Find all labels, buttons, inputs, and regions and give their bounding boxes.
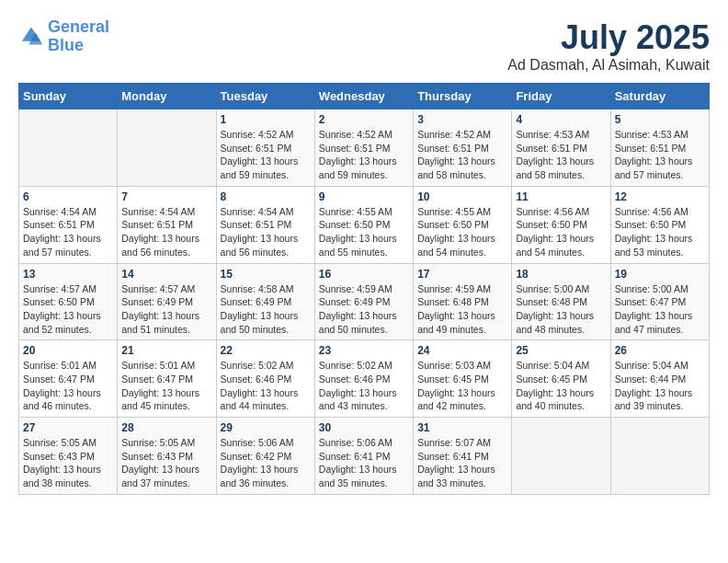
day-detail: Sunrise: 4:56 AMSunset: 6:50 PMDaylight:… bbox=[615, 205, 705, 259]
calendar-cell bbox=[118, 109, 216, 187]
calendar-cell: 8Sunrise: 4:54 AMSunset: 6:51 PMDaylight… bbox=[216, 186, 314, 263]
day-detail: Sunrise: 5:00 AMSunset: 6:48 PMDaylight:… bbox=[516, 282, 606, 337]
day-number: 27 bbox=[23, 421, 113, 434]
calendar-cell: 26Sunrise: 5:04 AMSunset: 6:44 PMDayligh… bbox=[610, 340, 709, 418]
day-detail: Sunrise: 5:04 AMSunset: 6:45 PMDaylight:… bbox=[516, 359, 606, 413]
calendar-cell: 23Sunrise: 5:02 AMSunset: 6:46 PMDayligh… bbox=[314, 340, 413, 418]
calendar-cell: 3Sunrise: 4:52 AMSunset: 6:51 PMDaylight… bbox=[414, 109, 512, 187]
weekday-header-thursday: Thursday bbox=[414, 84, 512, 109]
day-number: 13 bbox=[23, 268, 113, 281]
week-row-5: 27Sunrise: 5:05 AMSunset: 6:43 PMDayligh… bbox=[19, 418, 710, 495]
day-detail: Sunrise: 4:54 AMSunset: 6:51 PMDaylight:… bbox=[23, 205, 113, 259]
calendar-cell: 21Sunrise: 5:01 AMSunset: 6:47 PMDayligh… bbox=[118, 340, 216, 418]
logo-icon bbox=[18, 24, 44, 50]
day-number: 30 bbox=[319, 421, 409, 434]
calendar-cell: 28Sunrise: 5:05 AMSunset: 6:43 PMDayligh… bbox=[118, 418, 216, 495]
day-number: 11 bbox=[516, 190, 606, 203]
day-number: 23 bbox=[319, 344, 409, 357]
day-detail: Sunrise: 4:55 AMSunset: 6:50 PMDaylight:… bbox=[319, 205, 409, 259]
weekday-header-row: SundayMondayTuesdayWednesdayThursdayFrid… bbox=[19, 84, 710, 109]
day-detail: Sunrise: 5:01 AMSunset: 6:47 PMDaylight:… bbox=[23, 359, 113, 413]
day-number: 16 bbox=[319, 268, 409, 281]
month-title: July 2025 bbox=[507, 18, 710, 57]
week-row-3: 13Sunrise: 4:57 AMSunset: 6:50 PMDayligh… bbox=[19, 263, 710, 340]
day-detail: Sunrise: 4:52 AMSunset: 6:51 PMDaylight:… bbox=[221, 128, 311, 182]
day-number: 20 bbox=[23, 344, 113, 357]
day-detail: Sunrise: 4:55 AMSunset: 6:50 PMDaylight:… bbox=[417, 205, 507, 259]
calendar-cell: 1Sunrise: 4:52 AMSunset: 6:51 PMDaylight… bbox=[216, 109, 314, 187]
logo: General Blue bbox=[18, 18, 109, 55]
calendar-cell: 10Sunrise: 4:55 AMSunset: 6:50 PMDayligh… bbox=[414, 186, 512, 263]
calendar-table: SundayMondayTuesdayWednesdayThursdayFrid… bbox=[18, 83, 710, 495]
day-number: 1 bbox=[221, 113, 311, 126]
calendar-cell bbox=[610, 418, 709, 495]
day-number: 14 bbox=[121, 268, 211, 281]
calendar-cell: 16Sunrise: 4:59 AMSunset: 6:49 PMDayligh… bbox=[314, 263, 413, 340]
logo-text: General Blue bbox=[48, 18, 109, 55]
calendar-cell: 15Sunrise: 4:58 AMSunset: 6:49 PMDayligh… bbox=[216, 263, 314, 340]
day-number: 6 bbox=[23, 190, 113, 203]
day-detail: Sunrise: 5:07 AMSunset: 6:41 PMDaylight:… bbox=[417, 436, 507, 490]
day-detail: Sunrise: 5:02 AMSunset: 6:46 PMDaylight:… bbox=[221, 359, 311, 413]
calendar-cell: 25Sunrise: 5:04 AMSunset: 6:45 PMDayligh… bbox=[512, 340, 610, 418]
day-detail: Sunrise: 5:03 AMSunset: 6:45 PMDaylight:… bbox=[417, 359, 507, 413]
day-detail: Sunrise: 4:54 AMSunset: 6:51 PMDaylight:… bbox=[221, 205, 311, 259]
calendar-cell: 31Sunrise: 5:07 AMSunset: 6:41 PMDayligh… bbox=[414, 418, 512, 495]
calendar-cell: 2Sunrise: 4:52 AMSunset: 6:51 PMDaylight… bbox=[314, 109, 413, 187]
calendar-cell: 17Sunrise: 4:59 AMSunset: 6:48 PMDayligh… bbox=[414, 263, 512, 340]
day-number: 18 bbox=[516, 268, 606, 281]
calendar-cell: 12Sunrise: 4:56 AMSunset: 6:50 PMDayligh… bbox=[610, 186, 709, 263]
calendar-cell: 4Sunrise: 4:53 AMSunset: 6:51 PMDaylight… bbox=[512, 109, 610, 187]
day-detail: Sunrise: 5:06 AMSunset: 6:42 PMDaylight:… bbox=[221, 436, 311, 490]
week-row-2: 6Sunrise: 4:54 AMSunset: 6:51 PMDaylight… bbox=[19, 186, 710, 263]
day-number: 17 bbox=[417, 268, 507, 281]
week-row-4: 20Sunrise: 5:01 AMSunset: 6:47 PMDayligh… bbox=[19, 340, 710, 418]
day-detail: Sunrise: 5:06 AMSunset: 6:41 PMDaylight:… bbox=[319, 436, 409, 490]
day-detail: Sunrise: 4:53 AMSunset: 6:51 PMDaylight:… bbox=[516, 128, 606, 182]
day-number: 4 bbox=[516, 113, 606, 126]
day-number: 15 bbox=[221, 268, 311, 281]
day-number: 19 bbox=[615, 268, 705, 281]
day-detail: Sunrise: 4:54 AMSunset: 6:51 PMDaylight:… bbox=[121, 205, 211, 259]
day-number: 28 bbox=[121, 421, 211, 434]
day-number: 8 bbox=[221, 190, 311, 203]
day-number: 22 bbox=[221, 344, 311, 357]
page-header: General Blue July 2025 Ad Dasmah, Al Asi… bbox=[18, 18, 710, 74]
day-number: 9 bbox=[319, 190, 409, 203]
day-detail: Sunrise: 5:01 AMSunset: 6:47 PMDaylight:… bbox=[121, 359, 211, 413]
calendar-cell bbox=[512, 418, 610, 495]
day-number: 5 bbox=[615, 113, 705, 126]
location: Ad Dasmah, Al Asimah, Kuwait bbox=[507, 57, 710, 74]
day-detail: Sunrise: 4:59 AMSunset: 6:48 PMDaylight:… bbox=[417, 282, 507, 337]
calendar-cell: 9Sunrise: 4:55 AMSunset: 6:50 PMDaylight… bbox=[314, 186, 413, 263]
calendar-cell: 20Sunrise: 5:01 AMSunset: 6:47 PMDayligh… bbox=[19, 340, 118, 418]
weekday-header-friday: Friday bbox=[512, 84, 610, 109]
day-detail: Sunrise: 4:52 AMSunset: 6:51 PMDaylight:… bbox=[417, 128, 507, 182]
day-number: 2 bbox=[319, 113, 409, 126]
calendar-cell: 27Sunrise: 5:05 AMSunset: 6:43 PMDayligh… bbox=[19, 418, 118, 495]
day-detail: Sunrise: 4:59 AMSunset: 6:49 PMDaylight:… bbox=[319, 282, 409, 337]
day-number: 10 bbox=[417, 190, 507, 203]
day-detail: Sunrise: 5:04 AMSunset: 6:44 PMDaylight:… bbox=[615, 359, 705, 413]
day-number: 25 bbox=[516, 344, 606, 357]
day-detail: Sunrise: 5:02 AMSunset: 6:46 PMDaylight:… bbox=[319, 359, 409, 413]
day-number: 21 bbox=[121, 344, 211, 357]
day-detail: Sunrise: 5:05 AMSunset: 6:43 PMDaylight:… bbox=[23, 436, 113, 490]
calendar-cell: 11Sunrise: 4:56 AMSunset: 6:50 PMDayligh… bbox=[512, 186, 610, 263]
calendar-cell: 29Sunrise: 5:06 AMSunset: 6:42 PMDayligh… bbox=[216, 418, 314, 495]
day-detail: Sunrise: 4:57 AMSunset: 6:49 PMDaylight:… bbox=[121, 282, 211, 337]
day-detail: Sunrise: 4:58 AMSunset: 6:49 PMDaylight:… bbox=[221, 282, 311, 337]
calendar-cell: 5Sunrise: 4:53 AMSunset: 6:51 PMDaylight… bbox=[610, 109, 709, 187]
week-row-1: 1Sunrise: 4:52 AMSunset: 6:51 PMDaylight… bbox=[19, 109, 710, 187]
calendar-cell: 30Sunrise: 5:06 AMSunset: 6:41 PMDayligh… bbox=[314, 418, 413, 495]
day-detail: Sunrise: 5:05 AMSunset: 6:43 PMDaylight:… bbox=[121, 436, 211, 490]
calendar-cell: 14Sunrise: 4:57 AMSunset: 6:49 PMDayligh… bbox=[118, 263, 216, 340]
day-number: 26 bbox=[615, 344, 705, 357]
calendar-cell: 7Sunrise: 4:54 AMSunset: 6:51 PMDaylight… bbox=[118, 186, 216, 263]
title-block: July 2025 Ad Dasmah, Al Asimah, Kuwait bbox=[507, 18, 710, 74]
calendar-cell: 6Sunrise: 4:54 AMSunset: 6:51 PMDaylight… bbox=[19, 186, 118, 263]
day-number: 31 bbox=[417, 421, 507, 434]
calendar-cell: 18Sunrise: 5:00 AMSunset: 6:48 PMDayligh… bbox=[512, 263, 610, 340]
weekday-header-wednesday: Wednesday bbox=[314, 84, 413, 109]
day-number: 7 bbox=[121, 190, 211, 203]
